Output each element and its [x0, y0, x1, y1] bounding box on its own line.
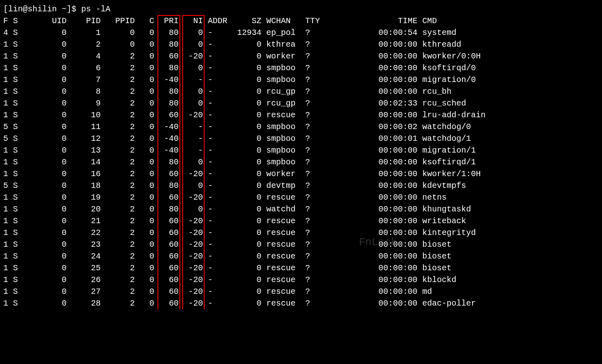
ps-row: 1 S 0 21 2 0 60 -20 - 0 rescue ? 00:00:0…	[3, 215, 599, 227]
ps-row: 1 S 0 16 2 0 60 -20 - 0 worker ? 00:00:0…	[3, 168, 599, 180]
ps-row: 1 S 0 28 2 0 60 -20 - 0 rescue ? 00:00:0…	[3, 297, 599, 309]
ps-row: 1 S 0 9 2 0 80 0 - 0 rcu_gp ? 00:02:33 r…	[3, 97, 599, 109]
ps-row: 1 S 0 19 2 0 60 -20 - 0 rescue ? 00:00:0…	[3, 192, 599, 203]
ps-row: 5 S 0 18 2 0 80 0 - 0 devtmp ? 00:00:00 …	[3, 180, 599, 192]
ps-row: 1 S 0 27 2 0 60 -20 - 0 rescue ? 00:00:0…	[3, 286, 599, 297]
ps-row: 1 S 0 6 2 0 80 0 - 0 smpboo ? 00:00:00 k…	[3, 62, 599, 74]
ps-row: 1 S 0 2 0 0 80 0 - 0 kthrea ? 00:00:00 k…	[3, 39, 599, 50]
ps-header-row: F S UID PID PPID C PRI NI ADDR SZ WCHAN …	[3, 15, 599, 27]
ps-output-table: F S UID PID PPID C PRI NI ADDR SZ WCHAN …	[3, 15, 599, 309]
ps-row: 1 S 0 24 2 0 60 -20 - 0 rescue ? 00:00:0…	[3, 250, 599, 262]
ps-row: 1 S 0 8 2 0 80 0 - 0 rcu_gp ? 00:00:00 r…	[3, 86, 599, 97]
ps-row: 1 S 0 10 2 0 60 -20 - 0 rescue ? 00:00:0…	[3, 109, 599, 121]
shell-prompt[interactable]: [lin@shilin ~]$ ps -lA	[3, 3, 599, 15]
ps-row: 1 S 0 4 2 0 60 -20 - 0 worker ? 00:00:00…	[3, 50, 599, 62]
ps-row: 5 S 0 11 2 0 -40 - - 0 smpboo ? 00:00:02…	[3, 121, 599, 133]
ps-row: 1 S 0 14 2 0 80 0 - 0 smpboo ? 00:00:00 …	[3, 156, 599, 168]
ps-row: 1 S 0 20 2 0 80 0 - 0 watchd ? 00:00:00 …	[3, 203, 599, 215]
ps-row: 4 S 0 1 0 0 80 0 - 12934 ep_pol ? 00:00:…	[3, 27, 599, 39]
ps-row: 1 S 0 23 2 0 60 -20 - 0 rescue ? 00:00:0…	[3, 239, 599, 250]
ps-row: 1 S 0 26 2 0 60 -20 - 0 rescue ? 00:00:0…	[3, 274, 599, 286]
ps-row: 1 S 0 13 2 0 -40 - - 0 smpboo ? 00:00:00…	[3, 144, 599, 156]
ps-row: 1 S 0 7 2 0 -40 - - 0 smpboo ? 00:00:00 …	[3, 74, 599, 86]
ps-row: 1 S 0 25 2 0 60 -20 - 0 rescue ? 00:00:0…	[3, 262, 599, 274]
ps-row: 5 S 0 12 2 0 -40 - - 0 smpboo ? 00:00:01…	[3, 133, 599, 144]
ps-row: 1 S 0 22 2 0 60 -20 - 0 rescue ? 00:00:0…	[3, 227, 599, 239]
